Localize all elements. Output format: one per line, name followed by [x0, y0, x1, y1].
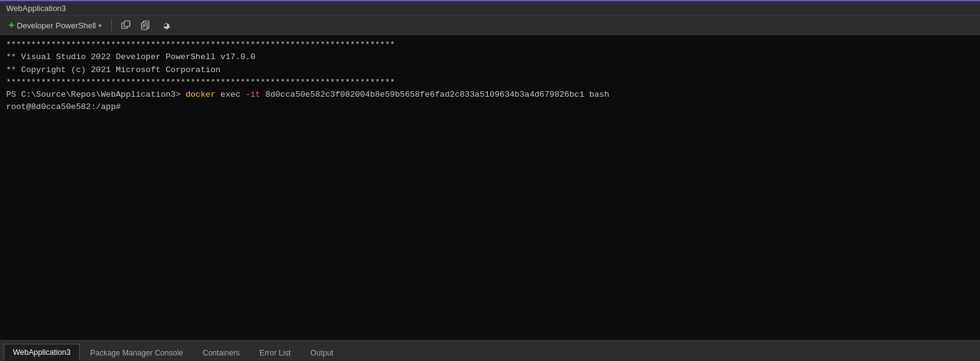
plus-icon: + [9, 20, 14, 31]
title-bar: WebApplication3 [0, 1, 980, 16]
shell-label: Developer PowerShell [17, 21, 96, 30]
stars-line-2: ****************************************… [6, 76, 974, 89]
terminal-body[interactable]: ****************************************… [0, 35, 980, 340]
root-prompt-line: root@8d0cca50e582:/app# [6, 101, 974, 113]
tab-containers[interactable]: Containers [193, 344, 249, 361]
split-terminal-icon [121, 20, 131, 30]
paste-terminal-button[interactable] [138, 18, 154, 32]
info-line-1: ** Visual Studio 2022 Developer PowerShe… [6, 51, 974, 63]
stars-line-1: ****************************************… [6, 39, 974, 51]
toolbar: + Developer PowerShell ▾ [0, 16, 980, 35]
tab-output[interactable]: Output [301, 344, 343, 361]
cmd-flag: -it [245, 89, 260, 101]
gear-icon [161, 20, 170, 30]
prompt-text: PS C:\Source\Repos\WebApplication3> [6, 89, 186, 101]
tab-bar: WebApplication3 Package Manager Console … [0, 340, 980, 361]
info-line-2: ** Copyright (c) 2021 Microsoft Corporat… [6, 64, 974, 76]
settings-button[interactable] [157, 18, 173, 32]
new-terminal-button[interactable]: + Developer PowerShell ▾ [5, 18, 105, 32]
clone-terminal-button[interactable] [118, 18, 134, 32]
copy-icon [141, 20, 151, 30]
tab-error-list[interactable]: Error List [250, 344, 300, 361]
tab-webapplication3[interactable]: WebApplication3 [4, 344, 80, 361]
chevron-down-icon: ▾ [98, 22, 102, 29]
terminal-window: WebApplication3 + Developer PowerShell ▾ [0, 0, 980, 361]
toolbar-separator [111, 19, 112, 31]
cmd-docker: docker [186, 89, 216, 101]
cmd-exec: exec [215, 89, 245, 101]
cmd-container: 8d0cca50e582c3f082004b8e59b5658fe6fad2c8… [260, 89, 609, 101]
svg-rect-1 [124, 21, 130, 26]
tab-package-manager-console[interactable]: Package Manager Console [81, 344, 193, 361]
command-line: PS C:\Source\Repos\WebApplication3> dock… [6, 89, 974, 101]
window-title: WebApplication3 [6, 4, 66, 13]
